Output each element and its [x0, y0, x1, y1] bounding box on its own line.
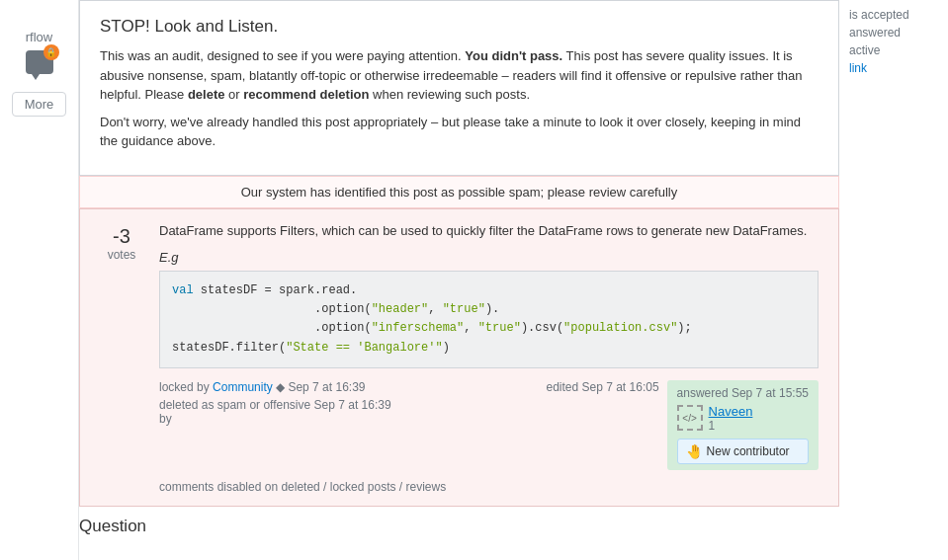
active-status: active [849, 43, 938, 57]
code-block: val statesDF = spark.read. .option("head… [159, 271, 819, 368]
question-label: Question [79, 517, 146, 535]
notification-icon: 🔒 [20, 44, 59, 80]
spam-notice: Our system has identified this post as p… [79, 176, 839, 208]
diamond: ◆ [276, 380, 285, 394]
new-contributor-badge: 🤚 New contributor [677, 439, 809, 464]
answer-block: -3 votes DataFrame supports Filters, whi… [79, 208, 839, 507]
meta-locked: locked by Community ◆ Sep 7 at 16:39 del… [159, 380, 538, 426]
is-accepted-status: is accepted [849, 8, 938, 22]
comments-notice: comments disabled on deleted / locked po… [159, 480, 819, 494]
delete-label: delete [188, 87, 225, 102]
avatar: </> [677, 405, 703, 431]
link-anchor[interactable]: link [849, 61, 867, 75]
locked-time: Sep 7 at 16:39 [288, 380, 365, 394]
votes-label: votes [108, 248, 136, 262]
audit-box: STOP! Look and Listen. This was an audit… [79, 0, 839, 176]
audit-body: This was an audit, designed to see if yo… [100, 46, 819, 151]
meta-answered: answered Sep 7 at 15:55 </> Naveen 1 🤚 [667, 380, 819, 470]
left-sidebar: rflow 🔒 More [0, 0, 79, 560]
answered-status: answered [849, 26, 938, 40]
audit-title: STOP! Look and Listen. [100, 17, 819, 37]
answer-body: DataFrame supports Filters, which can be… [151, 221, 826, 494]
answer-text: DataFrame supports Filters, which can be… [159, 221, 819, 241]
right-sidebar: is accepted answered active link [839, 0, 948, 560]
audit-p1-prefix: This was an audit, designed to see if yo… [100, 48, 465, 63]
answer-meta: locked by Community ◆ Sep 7 at 16:39 del… [159, 380, 819, 470]
new-contributor-label: New contributor [707, 444, 790, 458]
link-item: link [849, 61, 938, 75]
meta-edited: edited Sep 7 at 16:05 [546, 380, 658, 394]
recommend-deletion-label: recommend deletion [243, 87, 369, 102]
user-rep: 1 [709, 419, 753, 433]
audit-p1-end: when reviewing such posts. [369, 87, 530, 102]
edited-label: edited Sep 7 at 16:05 [546, 380, 658, 394]
community-link[interactable]: Community [213, 380, 273, 394]
comments-disabled-text: comments disabled on deleted / locked po… [159, 480, 446, 494]
deleted-by-text: by [159, 412, 538, 426]
answered-time: answered Sep 7 at 15:55 [677, 386, 809, 400]
question-section: Question [79, 507, 839, 536]
locked-by-text: locked by [159, 380, 210, 394]
lock-badge-icon: 🔒 [43, 44, 59, 60]
hand-icon: 🤚 [686, 443, 703, 459]
spam-notice-text: Our system has identified this post as p… [241, 185, 677, 200]
vote-count: -3 [113, 225, 130, 248]
audit-p2: Don't worry, we've already handled this … [100, 113, 819, 151]
audit-didnt-pass: You didn't pass. [465, 48, 562, 63]
more-button[interactable]: More [12, 92, 67, 117]
deleted-as-text: deleted as spam or offensive Sep 7 at 16… [159, 398, 538, 412]
user-info: </> Naveen 1 [677, 404, 809, 433]
eg-label: E.g [159, 250, 819, 265]
overflow-label: rflow [26, 30, 52, 44]
vote-column: -3 votes [92, 221, 151, 494]
audit-p1-mid: or [224, 87, 243, 102]
username-link[interactable]: Naveen [709, 404, 753, 419]
